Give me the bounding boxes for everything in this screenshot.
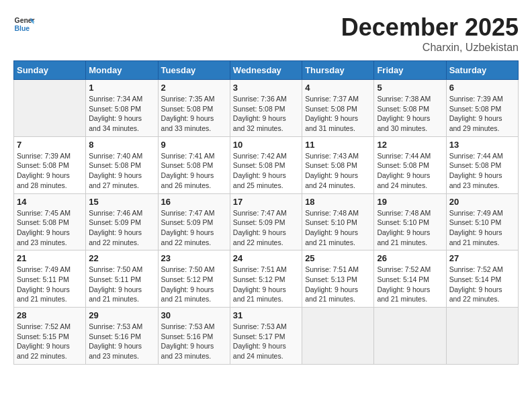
day-info: Sunrise: 7:35 AMSunset: 5:08 PMDaylight:… xyxy=(161,94,227,134)
calendar-cell: 1Sunrise: 7:34 AMSunset: 5:08 PMDaylight… xyxy=(86,80,158,137)
day-info: Sunrise: 7:49 AMSunset: 5:10 PMDaylight:… xyxy=(449,208,515,248)
day-info: Sunrise: 7:52 AMSunset: 5:15 PMDaylight:… xyxy=(17,322,83,361)
day-info: Sunrise: 7:48 AMSunset: 5:10 PMDaylight:… xyxy=(377,208,443,248)
calendar-cell xyxy=(374,308,446,365)
calendar-cell: 31Sunrise: 7:53 AMSunset: 5:17 PMDayligh… xyxy=(230,308,302,365)
day-info: Sunrise: 7:53 AMSunset: 5:16 PMDaylight:… xyxy=(89,322,154,361)
svg-text:Blue: Blue xyxy=(15,25,30,32)
day-info: Sunrise: 7:51 AMSunset: 5:13 PMDaylight:… xyxy=(305,265,371,304)
calendar-cell: 30Sunrise: 7:53 AMSunset: 5:16 PMDayligh… xyxy=(158,308,230,365)
weekday-header-monday: Monday xyxy=(86,61,158,80)
day-number: 31 xyxy=(233,310,299,320)
day-number: 24 xyxy=(233,253,299,263)
calendar-header: SundayMondayTuesdayWednesdayThursdayFrid… xyxy=(14,61,519,80)
day-number: 11 xyxy=(305,140,371,150)
calendar-cell: 13Sunrise: 7:44 AMSunset: 5:08 PMDayligh… xyxy=(446,136,518,193)
day-number: 29 xyxy=(89,310,154,320)
calendar-cell: 22Sunrise: 7:50 AMSunset: 5:11 PMDayligh… xyxy=(86,250,158,308)
day-info: Sunrise: 7:39 AMSunset: 5:08 PMDaylight:… xyxy=(17,151,83,191)
day-number: 13 xyxy=(449,140,515,150)
day-info: Sunrise: 7:51 AMSunset: 5:12 PMDaylight:… xyxy=(233,265,299,304)
calendar-week-1: 1Sunrise: 7:34 AMSunset: 5:08 PMDaylight… xyxy=(14,80,519,137)
weekday-header-thursday: Thursday xyxy=(302,61,374,80)
calendar-cell: 11Sunrise: 7:43 AMSunset: 5:08 PMDayligh… xyxy=(302,136,374,193)
calendar-week-5: 28Sunrise: 7:52 AMSunset: 5:15 PMDayligh… xyxy=(14,308,519,365)
calendar-cell: 12Sunrise: 7:44 AMSunset: 5:08 PMDayligh… xyxy=(374,136,446,193)
day-number: 6 xyxy=(449,83,515,93)
calendar-cell: 5Sunrise: 7:38 AMSunset: 5:08 PMDaylight… xyxy=(374,80,446,137)
calendar-cell: 19Sunrise: 7:48 AMSunset: 5:10 PMDayligh… xyxy=(374,193,446,250)
day-number: 12 xyxy=(377,140,443,150)
day-number: 18 xyxy=(305,197,371,207)
day-info: Sunrise: 7:44 AMSunset: 5:08 PMDaylight:… xyxy=(377,151,443,191)
day-number: 2 xyxy=(161,83,227,93)
calendar-cell: 8Sunrise: 7:40 AMSunset: 5:08 PMDaylight… xyxy=(86,136,158,193)
day-info: Sunrise: 7:34 AMSunset: 5:08 PMDaylight:… xyxy=(89,94,154,134)
calendar-cell xyxy=(302,308,374,365)
calendar-cell: 20Sunrise: 7:49 AMSunset: 5:10 PMDayligh… xyxy=(446,193,518,250)
weekday-header-saturday: Saturday xyxy=(446,61,518,80)
page-header: General Blue December 2025 Charxin, Uzbe… xyxy=(13,13,519,54)
day-number: 17 xyxy=(233,197,299,207)
day-number: 19 xyxy=(377,197,443,207)
day-number: 25 xyxy=(305,253,371,263)
calendar-cell: 6Sunrise: 7:39 AMSunset: 5:08 PMDaylight… xyxy=(446,80,518,137)
day-number: 5 xyxy=(377,83,443,93)
day-number: 21 xyxy=(17,253,83,263)
calendar-cell: 28Sunrise: 7:52 AMSunset: 5:15 PMDayligh… xyxy=(14,308,86,365)
calendar-cell: 17Sunrise: 7:47 AMSunset: 5:09 PMDayligh… xyxy=(230,193,302,250)
calendar-body: 1Sunrise: 7:34 AMSunset: 5:08 PMDaylight… xyxy=(14,80,519,365)
logo-icon: General Blue xyxy=(13,13,35,35)
day-info: Sunrise: 7:36 AMSunset: 5:08 PMDaylight:… xyxy=(233,94,299,134)
day-info: Sunrise: 7:53 AMSunset: 5:17 PMDaylight:… xyxy=(233,322,299,361)
title-area: December 2025 Charxin, Uzbekistan xyxy=(341,13,519,54)
day-info: Sunrise: 7:41 AMSunset: 5:08 PMDaylight:… xyxy=(161,151,227,191)
calendar-cell: 10Sunrise: 7:42 AMSunset: 5:08 PMDayligh… xyxy=(230,136,302,193)
day-info: Sunrise: 7:53 AMSunset: 5:16 PMDaylight:… xyxy=(161,322,227,361)
calendar-cell: 26Sunrise: 7:52 AMSunset: 5:14 PMDayligh… xyxy=(374,250,446,308)
day-number: 14 xyxy=(17,197,83,207)
weekday-header-wednesday: Wednesday xyxy=(230,61,302,80)
calendar-cell: 16Sunrise: 7:47 AMSunset: 5:09 PMDayligh… xyxy=(158,193,230,250)
calendar-week-3: 14Sunrise: 7:45 AMSunset: 5:08 PMDayligh… xyxy=(14,193,519,250)
day-info: Sunrise: 7:42 AMSunset: 5:08 PMDaylight:… xyxy=(233,151,299,191)
day-info: Sunrise: 7:52 AMSunset: 5:14 PMDaylight:… xyxy=(377,265,443,304)
calendar-table: SundayMondayTuesdayWednesdayThursdayFrid… xyxy=(13,60,519,365)
calendar-cell: 18Sunrise: 7:48 AMSunset: 5:10 PMDayligh… xyxy=(302,193,374,250)
day-number: 23 xyxy=(161,253,227,263)
day-info: Sunrise: 7:43 AMSunset: 5:08 PMDaylight:… xyxy=(305,151,371,191)
calendar-cell: 9Sunrise: 7:41 AMSunset: 5:08 PMDaylight… xyxy=(158,136,230,193)
day-number: 20 xyxy=(449,197,515,207)
logo: General Blue xyxy=(13,13,35,35)
day-number: 22 xyxy=(89,253,154,263)
calendar-cell: 14Sunrise: 7:45 AMSunset: 5:08 PMDayligh… xyxy=(14,193,86,250)
day-number: 28 xyxy=(17,310,83,320)
day-info: Sunrise: 7:45 AMSunset: 5:08 PMDaylight:… xyxy=(17,208,83,248)
calendar-cell: 3Sunrise: 7:36 AMSunset: 5:08 PMDaylight… xyxy=(230,80,302,137)
month-title: December 2025 xyxy=(341,13,519,42)
location-title: Charxin, Uzbekistan xyxy=(341,42,519,54)
calendar-cell xyxy=(446,308,518,365)
day-info: Sunrise: 7:47 AMSunset: 5:09 PMDaylight:… xyxy=(161,208,227,248)
day-info: Sunrise: 7:52 AMSunset: 5:14 PMDaylight:… xyxy=(449,265,515,304)
day-number: 27 xyxy=(449,253,515,263)
day-info: Sunrise: 7:46 AMSunset: 5:09 PMDaylight:… xyxy=(89,208,154,248)
calendar-week-4: 21Sunrise: 7:49 AMSunset: 5:11 PMDayligh… xyxy=(14,250,519,308)
day-info: Sunrise: 7:48 AMSunset: 5:10 PMDaylight:… xyxy=(305,208,371,248)
day-number: 10 xyxy=(233,140,299,150)
day-info: Sunrise: 7:37 AMSunset: 5:08 PMDaylight:… xyxy=(305,94,371,134)
day-info: Sunrise: 7:50 AMSunset: 5:11 PMDaylight:… xyxy=(89,265,154,304)
day-number: 8 xyxy=(89,140,154,150)
day-number: 1 xyxy=(89,83,154,93)
calendar-cell: 7Sunrise: 7:39 AMSunset: 5:08 PMDaylight… xyxy=(14,136,86,193)
day-number: 16 xyxy=(161,197,227,207)
day-info: Sunrise: 7:47 AMSunset: 5:09 PMDaylight:… xyxy=(233,208,299,248)
calendar-cell xyxy=(14,80,86,137)
weekday-header-tuesday: Tuesday xyxy=(158,61,230,80)
calendar-cell: 4Sunrise: 7:37 AMSunset: 5:08 PMDaylight… xyxy=(302,80,374,137)
day-info: Sunrise: 7:50 AMSunset: 5:12 PMDaylight:… xyxy=(161,265,227,304)
day-number: 30 xyxy=(161,310,227,320)
calendar-cell: 29Sunrise: 7:53 AMSunset: 5:16 PMDayligh… xyxy=(86,308,158,365)
weekday-header-sunday: Sunday xyxy=(14,61,86,80)
day-info: Sunrise: 7:39 AMSunset: 5:08 PMDaylight:… xyxy=(449,94,515,134)
